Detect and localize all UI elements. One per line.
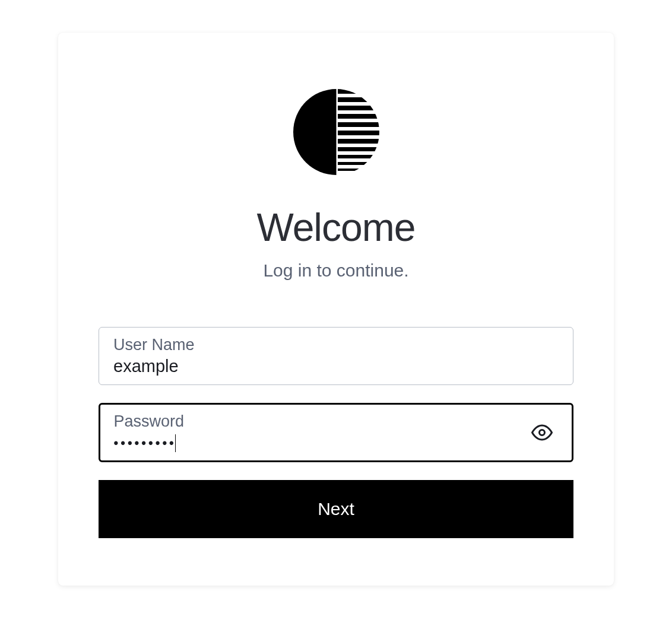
- svg-rect-2: [338, 89, 379, 94]
- page-title: Welcome: [257, 205, 416, 250]
- password-input[interactable]: •••••••••: [114, 433, 559, 453]
- svg-rect-6: [338, 122, 379, 127]
- text-cursor: [175, 434, 176, 452]
- eye-icon: [531, 422, 553, 443]
- toggle-password-visibility-button[interactable]: [527, 417, 557, 448]
- svg-rect-7: [338, 131, 379, 135]
- svg-rect-11: [338, 162, 379, 165]
- login-card: Welcome Log in to continue. User Name Pa…: [58, 33, 614, 586]
- svg-rect-1: [293, 89, 337, 175]
- next-button[interactable]: Next: [99, 480, 573, 538]
- password-label: Password: [114, 412, 559, 431]
- svg-rect-5: [338, 114, 379, 119]
- svg-rect-4: [338, 106, 379, 110]
- password-field[interactable]: Password •••••••••: [99, 403, 573, 462]
- username-label: User Name: [113, 336, 559, 354]
- svg-rect-3: [338, 97, 379, 102]
- svg-rect-10: [338, 155, 379, 158]
- svg-point-13: [540, 430, 545, 436]
- svg-rect-8: [338, 139, 379, 144]
- username-field[interactable]: User Name: [99, 327, 573, 385]
- svg-rect-9: [338, 147, 379, 151]
- page-subtitle: Log in to continue.: [263, 260, 408, 281]
- svg-rect-12: [338, 169, 379, 171]
- app-logo-icon: [293, 89, 379, 175]
- username-input[interactable]: [113, 357, 559, 376]
